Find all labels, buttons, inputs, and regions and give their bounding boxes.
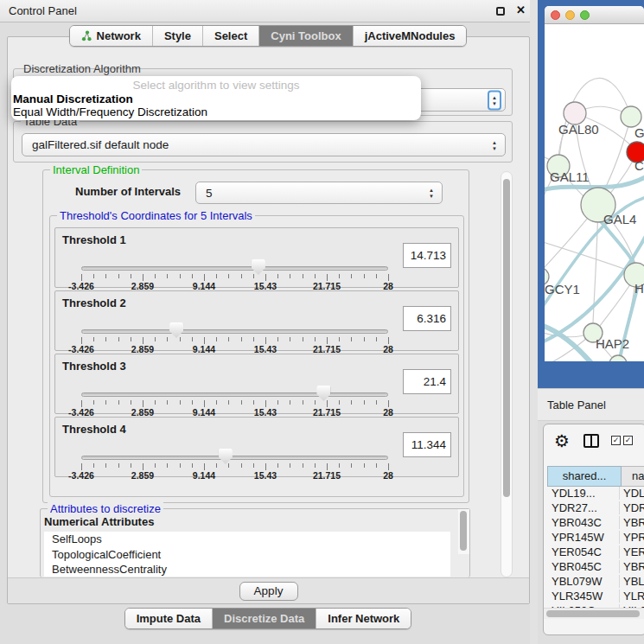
slider-thumb[interactable]: [219, 449, 233, 464]
table-row[interactable]: YDL19...YDL1: [547, 487, 644, 501]
combo-stepper-icon[interactable]: ▲ ▼: [429, 188, 434, 199]
tick-mark: [216, 463, 217, 468]
combo-stepper-icon[interactable]: ▲ ▼: [488, 90, 501, 110]
numerical-attributes-list[interactable]: SelfLoopsTopologicalCoefficientBetweenne…: [44, 532, 450, 577]
slider-thumb[interactable]: [316, 386, 330, 401]
tick-mark: [118, 274, 119, 278]
bottom-tab-discretize-data[interactable]: Discretize Data: [212, 609, 316, 628]
slider-track[interactable]: [81, 456, 388, 460]
tab-label: Cyni Toolbox: [271, 29, 341, 42]
attributes-scrollbar-thumb[interactable]: [460, 511, 467, 551]
tab-label: Network: [97, 29, 141, 42]
checkbox-icon[interactable]: ✓: [611, 436, 621, 445]
checkbox-icon[interactable]: ✓: [623, 436, 633, 445]
close-icon[interactable]: ✕: [516, 3, 526, 16]
tick-mark: [327, 274, 328, 281]
settings-scrollbar-thumb[interactable]: [503, 179, 510, 497]
gear-icon[interactable]: ⚙: [554, 430, 570, 451]
tick-mark: [241, 337, 242, 341]
tick-mark: [93, 274, 94, 278]
stepper-down-icon: ▼: [492, 100, 497, 105]
attribute-item-topologicalcoefficient[interactable]: TopologicalCoefficient: [44, 547, 450, 563]
table-row[interactable]: YPR145WYPR1: [547, 531, 644, 545]
table-row[interactable]: YLR345WYLR3: [547, 590, 644, 604]
combo-stepper-icon[interactable]: ▲ ▼: [492, 139, 497, 150]
desktop: { "window": { "title": "Control Panel" }…: [0, 0, 644, 644]
node-bottom[interactable]: [609, 355, 627, 361]
panel-title: Control Panel: [9, 0, 77, 22]
bottom-tab-infer-network[interactable]: Infer Network: [316, 609, 411, 628]
table-rows: YDL19...YDL1YDR27...YDR2YBR043CYBR0YPR14…: [547, 487, 644, 608]
dropdown-item-manual-discretization[interactable]: Manual Discretization: [11, 92, 421, 105]
group-title: Attributes to discretize: [48, 502, 163, 515]
tab-jactivemnodules[interactable]: jActiveMNodules: [353, 26, 467, 46]
settings-scrollbar[interactable]: [501, 171, 513, 577]
apply-button[interactable]: Apply: [239, 582, 298, 601]
tick-mark: [228, 463, 229, 468]
slider-thumb[interactable]: [169, 322, 183, 338]
tick-mark: [155, 337, 156, 341]
table-data-combo[interactable]: galFiltered.sif default node ▲ ▼: [22, 133, 506, 156]
group-title: Interval Definition: [50, 163, 142, 176]
dropdown-item-equal-width-frequency-discretization[interactable]: Equal Width/Frequency Discretization: [11, 105, 421, 118]
attributes-scrollbar[interactable]: [458, 509, 469, 554]
cell-shared-name: YDL19...: [547, 487, 620, 500]
threshold-value-field[interactable]: 11.344: [403, 432, 451, 457]
tab-select[interactable]: Select: [202, 26, 258, 46]
node-top-right[interactable]: [621, 106, 641, 127]
number-of-intervals-combo[interactable]: 5 ▲ ▼: [195, 182, 443, 204]
dropdown-prompt: Select algorithm to view settings: [11, 78, 421, 92]
threshold-label: Threshold 1: [62, 233, 126, 246]
threshold-value-field[interactable]: 21.4: [403, 369, 451, 394]
threshold-value-field[interactable]: 14.713: [403, 243, 451, 268]
tick-mark: [143, 400, 143, 407]
tick-mark: [118, 337, 119, 341]
tick-mark: [131, 400, 131, 405]
slider-track[interactable]: [81, 266, 388, 271]
slider-track[interactable]: [81, 329, 388, 334]
table-hscrollbar-thumb[interactable]: [546, 610, 640, 617]
column-header-shared-name[interactable]: shared...: [547, 466, 622, 487]
table-horizontal-scrollbar[interactable]: [544, 608, 644, 619]
cell-shared-name: YBR043C: [547, 516, 620, 529]
attribute-item-selfloops[interactable]: SelfLoops: [44, 532, 450, 547]
columns-icon[interactable]: [583, 434, 599, 448]
table-row[interactable]: YER054CYER0: [547, 545, 644, 560]
bottom-tab-impute-data[interactable]: Impute Data: [125, 609, 212, 628]
stepper-down-icon: ▼: [429, 194, 434, 199]
tick-mark: [253, 337, 254, 341]
tick-mark: [131, 463, 131, 468]
cell-name: YBL0: [620, 575, 644, 588]
network-canvas[interactable]: GAL80 GA C GAL11 GAL4 GCY1 H HAP2: [545, 24, 644, 361]
tick-mark: [339, 463, 340, 468]
tick-mark: [376, 337, 377, 341]
tab-style[interactable]: Style: [152, 26, 202, 46]
threshold-value-field[interactable]: 6.316: [403, 306, 451, 331]
table-row[interactable]: YBL079WYBL0: [547, 575, 644, 590]
network-window: GAL80 GA C GAL11 GAL4 GCY1 H HAP2: [545, 6, 644, 361]
tick-mark: [364, 274, 365, 278]
tick-mark: [180, 274, 181, 278]
tick-mark: [93, 337, 94, 341]
zoom-traffic-light[interactable]: [580, 10, 590, 20]
tick-label: 28: [383, 470, 393, 481]
panel-divider[interactable]: [530, 0, 538, 644]
table-row[interactable]: YBR043CYBR0: [547, 516, 644, 531]
column-header-name[interactable]: na: [622, 466, 644, 487]
tick-mark: [303, 337, 303, 341]
attribute-item-betweennesscentrality[interactable]: BetweennessCentrality: [44, 562, 450, 577]
cell-name: YLR3: [620, 590, 644, 603]
minimize-traffic-light[interactable]: [565, 10, 575, 20]
tab-network[interactable]: Network: [70, 26, 152, 46]
table-row[interactable]: YBR045CYBR0: [547, 560, 644, 575]
network-view-frame: GAL80 GA C GAL11 GAL4 GCY1 H HAP2: [538, 0, 644, 388]
close-traffic-light[interactable]: [551, 10, 560, 20]
slider-track[interactable]: [81, 392, 388, 397]
tick-mark: [253, 274, 254, 278]
control-panel-titlebar: Control Panel ✕: [0, 0, 536, 22]
slider-thumb[interactable]: [252, 259, 265, 275]
float-window-icon[interactable]: [496, 7, 505, 16]
tick-mark: [351, 463, 352, 468]
table-row[interactable]: YDR27...YDR2: [547, 501, 644, 516]
tab-cyni-toolbox[interactable]: Cyni Toolbox: [258, 26, 352, 46]
